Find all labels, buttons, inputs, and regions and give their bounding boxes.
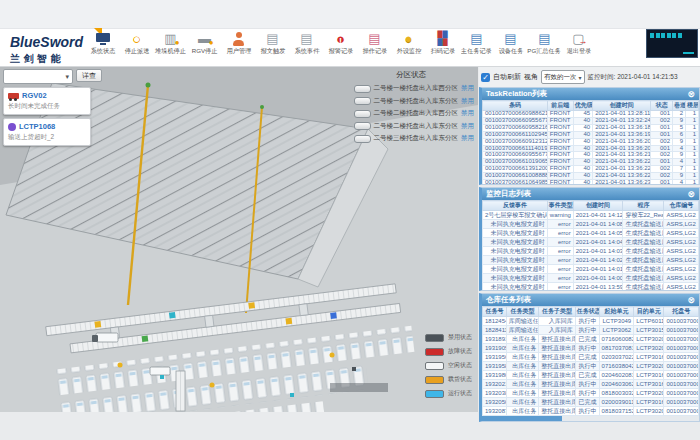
column-header[interactable]: 巷道 [673,101,686,111]
table-cell: ASRS,LG2 [664,283,699,292]
table-row[interactable]: 00100370006610649851FRONT402021-04-01 13… [483,180,699,185]
table-cell: 002 [651,152,673,159]
column-header[interactable]: 任务子类型 [539,307,576,317]
toolbar-item-stop-dispatch[interactable]: 停止派送 [120,31,153,57]
zone-checkbox[interactable] [354,135,371,143]
toolbar-item-peripheral-monitor[interactable]: 外设监控 [392,31,425,57]
column-header[interactable]: 起始单元 [599,307,634,317]
detail-button[interactable]: 详查 [76,69,102,82]
table-row[interactable]: 未回执充电报文超时error2021-04-01 14:01:55生成托盘输送库… [483,265,699,274]
column-header[interactable]: 优先级 [573,101,592,111]
panel-warehouse-tasks-header[interactable]: 仓库任务列表 [482,294,699,306]
zone-disable-link[interactable]: 禁用 [461,122,474,131]
table-row[interactable]: 1931958出库任务整托直接出库执行中0716038042LCTP302000… [483,362,699,371]
toolbar-item-logout[interactable]: 退出登录 [562,31,595,57]
auto-refresh-checkbox[interactable] [481,73,490,82]
column-header[interactable]: 目的单元 [634,307,664,317]
zone-checkbox[interactable] [354,97,371,105]
table-cell: 已完成 [575,371,599,380]
table-row[interactable]: 未回执充电报文超时error2021-04-01 14:04:56生成托盘输送库… [483,238,699,247]
column-header[interactable]: 创建时间 [593,101,651,111]
toolbar-item-system-events[interactable]: 系统事件 [290,31,323,57]
table-row[interactable]: 1931980出库任务整托直接出库已完成0204602081LCTP301600… [483,371,699,380]
warehouse-viewport[interactable]: 详查 RGV02长时间未完成任务LCTP1068输送上货超时_2 分区状态 二号… [0,67,478,412]
table-row[interactable]: 00100370006613912005FRONT402021-04-01 13… [483,166,699,173]
zone-disable-link[interactable]: 禁用 [461,97,474,106]
table-cell: 4 [673,180,686,185]
table-row[interactable]: 00100370006609886219FRONT452021-04-01 13… [483,111,699,118]
column-header[interactable]: 事件类型 [547,201,573,211]
column-header[interactable]: 仓库编号 [664,201,699,211]
zone-disable-link[interactable]: 禁用 [461,109,474,118]
zone-disable-link[interactable]: 禁用 [461,134,474,143]
table-row[interactable]: 未回执充电报文超时error2021-04-01 14:05:56生成托盘输送库… [483,229,699,238]
toolbar-item-operation-records[interactable]: 操作记录 [358,31,391,57]
column-header[interactable]: 任务号 [483,307,507,317]
table-row[interactable]: 00100370006609556776FRONT402021-04-01 13… [483,152,699,159]
column-header[interactable]: 前后端 [547,101,573,111]
zone-checkbox[interactable] [354,110,371,118]
column-header[interactable]: 托盘号 [664,307,699,317]
table-row[interactable]: 00100370006610190659FRONT402021-04-01 13… [483,159,699,166]
table-row[interactable]: 00100370006609123123FRONT402021-04-01 13… [483,138,699,145]
column-header[interactable]: 条码 [483,101,548,111]
panel-close-icon[interactable] [687,90,695,99]
table-row[interactable]: 2号七层穿梭车报文确认失败,无法转运warning2021-04-01 14:1… [483,211,699,220]
column-header[interactable]: 任务类型 [506,307,538,317]
toolbar-item-user-management[interactable]: 用户管理 [222,31,255,57]
table-row[interactable]: 未回执充电报文超时error2021-04-01 14:02:55生成托盘输送库… [483,256,699,265]
table-cell: LCTP3016 [634,353,664,362]
alert-card[interactable]: LCTP1068输送上货超时_2 [3,118,91,146]
table-row[interactable]: 00100370006611029457FRONT402021-04-01 13… [483,131,699,138]
zone-disable-link[interactable]: 禁用 [461,84,474,93]
toolbar-item-pg-summary-tasks[interactable]: PG汇总任务 [528,31,561,57]
panel-close-icon[interactable] [687,190,695,199]
column-header[interactable]: 状态 [651,101,673,111]
toolbar-item-alarm-records[interactable]: 报警记录 [324,31,357,57]
column-header[interactable]: 任务状态 [575,307,599,317]
table-row[interactable]: 00100370006609556770FRONT402021-04-01 13… [483,117,699,124]
horizontal-scrollbar[interactable] [482,416,699,421]
alert-card[interactable]: RGV02长时间未完成任务 [3,87,91,115]
toolbar-item-label: 设备任务 [498,47,523,56]
toolbar-item-stacker-stop[interactable]: 堆垛机停止 [154,31,187,57]
column-header[interactable]: 创建时间 [573,201,623,211]
panel-close-icon[interactable] [687,296,695,305]
view-mode-select[interactable]: 有效的一次 [541,70,585,84]
table-cell: 2021-04-01 13:32:24 [593,117,651,124]
toolbar-item-main-task-records[interactable]: 主任务记录 [460,31,493,57]
table-row[interactable]: 1931891出库任务整托直接出库已完成0716060082LCTP302000… [483,335,699,344]
zone-checkbox[interactable] [354,85,371,93]
table-row[interactable]: 1932087出库任务整托直接出库执行中0818037152LCTP302000… [483,407,699,416]
table-row[interactable]: 未回执充电报文超时error2021-04-01 14:08:57生成托盘输送库… [483,220,699,229]
toolbar-item-system-status[interactable]: 系统状态 [86,31,119,57]
horizontal-scrollbar-thumb[interactable] [482,416,562,421]
toolbar-item-device-tasks[interactable]: 设备任务 [494,31,527,57]
table-row[interactable]: 1828411库间输送任务入库回库执行中LCTP3062LCTP30150010… [483,326,699,335]
table-row[interactable]: 1932050出库任务整托直接出库已完成0200039011LCTP301600… [483,398,699,407]
table-row[interactable]: 未回执充电报文超时error2021-04-01 14:03:56生成托盘输送库… [483,247,699,256]
toolbar-item-rgv-stop[interactable]: RGV停止 [188,31,221,57]
table-row[interactable]: 1812454库间输送任务入库回库执行中LCTP3049LCTP60110010… [483,317,699,326]
column-header[interactable]: 反馈事件 [483,201,548,211]
zone-checkbox[interactable] [354,122,371,130]
table-row[interactable]: 1931905出库任务整托直接出库执行中0817037081LCTP302000… [483,344,699,353]
thumbnail-bar [683,52,694,54]
table-row[interactable]: 00100370006610088881FRONT402021-04-01 13… [483,173,699,180]
table-row[interactable]: 未回执充电报文超时error2021-04-01 13:59:54生成托盘输送库… [483,283,699,292]
toolbar-item-scan-records[interactable]: 扫码记录 [426,31,459,57]
table-row[interactable]: 1932021出库任务整托直接出库执行中0204603062LCTP301600… [483,380,699,389]
panel-event-log-header[interactable]: 监控日志列表 [482,188,699,200]
table-row[interactable]: 00100370006611140190FRONT402021-04-01 13… [483,145,699,152]
table-row[interactable]: 1932038出库任务整托直接出库执行中0818003032LCTP302000… [483,389,699,398]
device-search-select[interactable] [3,69,73,84]
alarm-records-icon [333,31,349,47]
panel-task-relation-header[interactable]: TaskRelation列表 [482,88,699,100]
table-row[interactable]: 1931956出库任务整托直接出库已完成0203037022LCTP301600… [483,353,699,362]
toolbar-item-message-trigger[interactable]: 报文触发 [256,31,289,57]
table-row[interactable]: 未回执充电报文超时error2021-04-01 14:00:54生成托盘输送库… [483,274,699,283]
table-row[interactable]: 00100370006609582162FRONT402021-04-01 13… [483,124,699,131]
column-header[interactable]: 楼层 [686,101,699,111]
pg-monitor-thumbnail[interactable] [646,29,698,58]
column-header[interactable]: 程序 [623,201,664,211]
